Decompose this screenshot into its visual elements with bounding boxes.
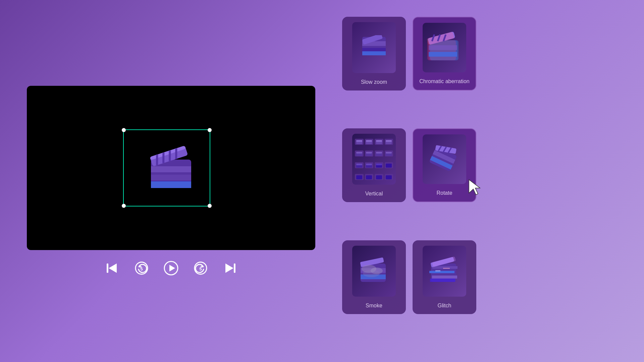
svg-marker-70 — [469, 180, 480, 195]
svg-rect-60 — [366, 175, 372, 179]
v-cell-14 — [365, 174, 374, 180]
svg-rect-80 — [429, 271, 454, 273]
svg-rect-58 — [386, 164, 392, 168]
handle-top-left[interactable] — [122, 128, 126, 132]
forward-5s-button[interactable]: 5 — [193, 260, 209, 276]
effects-panel: Slow zoom — [342, 13, 476, 349]
v-cell-1 — [355, 139, 364, 145]
svg-rect-55 — [366, 164, 372, 165]
svg-rect-37 — [356, 140, 362, 142]
vertical-thumbnail — [352, 134, 396, 185]
svg-rect-47 — [366, 152, 372, 154]
svg-rect-85 — [435, 270, 440, 272]
svg-rect-51 — [386, 152, 392, 154]
v-cell-11 — [375, 162, 383, 168]
svg-rect-49 — [376, 152, 382, 154]
glitch-label: Glitch — [438, 303, 451, 309]
player-section: 5 5 — [20, 86, 322, 276]
rotate-thumbnail — [423, 134, 466, 184]
svg-rect-57 — [376, 164, 382, 165]
skip-to-end-button[interactable] — [222, 260, 238, 276]
svg-rect-29 — [429, 45, 457, 50]
v-cell-3 — [375, 139, 383, 145]
svg-rect-43 — [386, 140, 392, 142]
selection-box — [123, 129, 210, 206]
glitch-thumbnail — [423, 246, 466, 297]
effect-slow-zoom[interactable]: Slow zoom — [342, 17, 406, 90]
effect-vertical[interactable]: Vertical — [342, 128, 406, 202]
chromatic-aberration-thumbnail — [423, 23, 466, 72]
v-cell-4 — [385, 139, 393, 145]
handle-bottom-right[interactable] — [208, 204, 212, 208]
svg-rect-19 — [234, 263, 235, 273]
svg-marker-16 — [169, 265, 175, 272]
chromatic-aberration-label: Chromatic aberration — [419, 78, 469, 84]
effect-glitch[interactable]: Glitch — [413, 240, 476, 314]
v-cell-2 — [365, 139, 374, 145]
svg-rect-30 — [429, 52, 457, 57]
svg-point-77 — [363, 270, 380, 277]
slow-zoom-label: Slow zoom — [361, 79, 387, 85]
slow-zoom-thumbnail — [352, 22, 396, 73]
svg-text:5: 5 — [199, 266, 202, 272]
effect-smoke[interactable]: Smoke — [342, 240, 406, 314]
video-canvas — [27, 86, 315, 250]
v-cell-7 — [375, 150, 383, 157]
svg-marker-12 — [109, 263, 117, 273]
svg-rect-53 — [356, 164, 362, 165]
cursor-arrow-icon — [467, 178, 484, 198]
svg-rect-62 — [386, 175, 392, 179]
v-cell-16 — [385, 174, 393, 180]
v-cell-15 — [375, 174, 383, 180]
svg-marker-20 — [225, 263, 233, 273]
v-cell-5 — [355, 150, 364, 157]
rotate-label: Rotate — [436, 190, 452, 196]
svg-rect-45 — [356, 152, 362, 154]
rewind-5s-button[interactable]: 5 — [133, 260, 150, 276]
svg-rect-61 — [376, 175, 382, 179]
handle-top-right[interactable] — [208, 128, 212, 132]
main-layout: 5 5 — [20, 13, 624, 349]
handle-bottom-left[interactable] — [122, 204, 126, 208]
v-cell-13 — [355, 174, 364, 180]
vertical-label: Vertical — [365, 191, 383, 197]
v-cell-12 — [385, 162, 393, 168]
svg-rect-81 — [432, 276, 457, 279]
svg-rect-82 — [430, 279, 455, 282]
svg-rect-39 — [366, 140, 372, 142]
smoke-label: Smoke — [366, 303, 382, 309]
smoke-thumbnail — [352, 246, 396, 297]
playback-controls: 5 5 — [104, 260, 238, 276]
v-cell-10 — [365, 162, 374, 168]
skip-to-start-button[interactable] — [104, 260, 120, 276]
effect-chromatic-aberration[interactable]: Chromatic aberration — [413, 17, 476, 90]
svg-rect-86 — [443, 268, 450, 269]
v-cell-8 — [385, 150, 393, 157]
v-cell-9 — [355, 162, 364, 168]
v-cell-6 — [365, 150, 374, 157]
svg-text:5: 5 — [140, 266, 143, 272]
svg-rect-11 — [107, 263, 108, 273]
play-button[interactable] — [163, 260, 179, 276]
svg-rect-24 — [362, 51, 386, 55]
svg-rect-59 — [356, 175, 362, 179]
effect-rotate[interactable]: Rotate — [413, 128, 476, 202]
svg-rect-41 — [376, 140, 382, 142]
effects-grid: Slow zoom — [342, 13, 476, 349]
